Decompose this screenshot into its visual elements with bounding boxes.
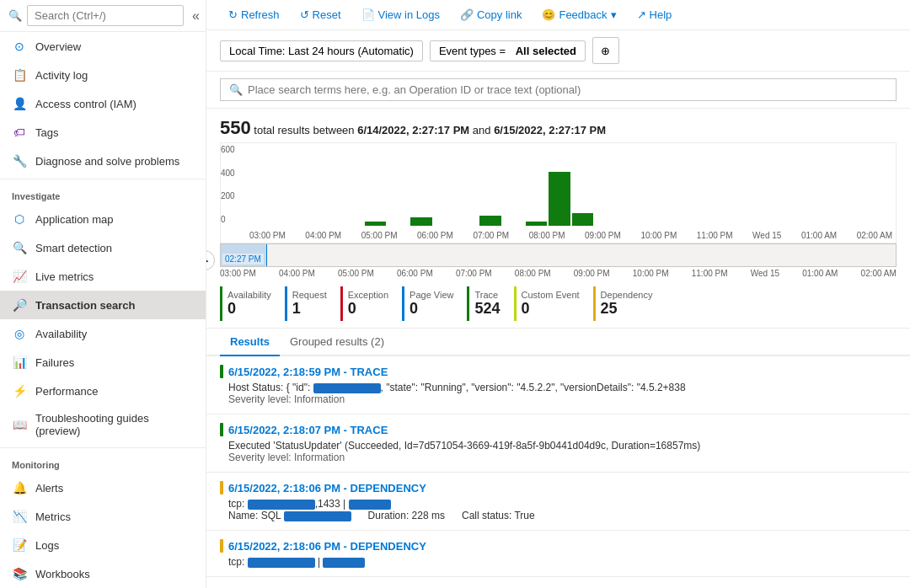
- chart-bar-13: [549, 172, 570, 226]
- sidebar-item-label-overview: Overview: [35, 40, 81, 53]
- sidebar-item-access-control[interactable]: 👤 Access control (IAM): [0, 89, 206, 118]
- result-extra-r3: Name: SQL Duration: 228 ms Call status: …: [228, 510, 897, 521]
- tab-results[interactable]: Results: [220, 329, 280, 356]
- event-count-value-custom-event: 0: [522, 300, 580, 318]
- sidebar-item-label-access-control: Access control (IAM): [35, 98, 136, 110]
- feedback-label: Feedback: [559, 8, 607, 21]
- result-item-r3[interactable]: 6/15/2022, 2:18:06 PM - DEPENDENCY tcp: …: [206, 473, 910, 531]
- failures-icon: 📊: [12, 355, 27, 370]
- sidebar-item-overview[interactable]: ⊙ Overview: [0, 32, 206, 61]
- sidebar-item-metrics[interactable]: 📉 Metrics: [0, 502, 206, 531]
- event-count-label-trace: Trace: [474, 290, 500, 300]
- sidebar-item-smart-detection[interactable]: 🔍 Smart detection: [0, 233, 206, 262]
- result-type-bar-r1: [220, 365, 223, 378]
- timeline-x-label-6: 09:00 PM: [574, 269, 610, 278]
- event-count-trace[interactable]: Trace 524: [467, 286, 513, 321]
- sidebar-item-label-diagnose: Diagnose and solve problems: [35, 155, 179, 168]
- results-list: 6/15/2022, 2:18:59 PM - TRACE Host Statu…: [206, 356, 910, 588]
- sidebar-item-label-workbooks: Workbooks: [35, 568, 90, 580]
- tab-grouped-results[interactable]: Grouped results (2): [280, 329, 394, 356]
- result-item-r4[interactable]: 6/15/2022, 2:18:06 PM - DEPENDENCY tcp: …: [206, 531, 910, 577]
- result-item-header-r4: 6/15/2022, 2:18:06 PM - DEPENDENCY: [220, 539, 897, 553]
- sidebar-item-label-alerts: Alerts: [35, 482, 63, 494]
- sidebar-item-activity-log[interactable]: 📋 Activity log: [0, 61, 206, 89]
- sidebar-item-failures[interactable]: 📊 Failures: [0, 348, 206, 377]
- result-item-r1[interactable]: 6/15/2022, 2:18:59 PM - TRACE Host Statu…: [206, 356, 910, 414]
- help-icon: ↗: [637, 8, 646, 21]
- timeline-x-label-1: 04:00 PM: [279, 269, 315, 278]
- alerts-icon: 🔔: [12, 480, 27, 495]
- sidebar-item-alerts[interactable]: 🔔 Alerts: [0, 473, 206, 502]
- chart-x-label-10: 01:00 AM: [801, 231, 837, 240]
- smart-detection-icon: 🔍: [12, 240, 27, 255]
- search-input[interactable]: [248, 83, 887, 96]
- chart-y-labels: 600 400 200 0: [221, 143, 246, 226]
- sidebar-item-live-metrics[interactable]: 📈 Live metrics: [0, 262, 206, 291]
- timeline-play-button[interactable]: ▶: [206, 250, 215, 270]
- refresh-button[interactable]: ↻ Refresh: [220, 5, 288, 24]
- chart-container[interactable]: 600 400 200 0 03:00 PM04:00 PM05:00 PM06…: [220, 142, 897, 243]
- event-count-dependency[interactable]: Dependency 25: [593, 286, 666, 321]
- timeline-container: ▶ 02:27 PM 03:00 PM04:00 PM05:00 PM06:00…: [220, 243, 897, 280]
- add-filter-icon: ⊕: [601, 45, 610, 57]
- result-item-header-r3: 6/15/2022, 2:18:06 PM - DEPENDENCY: [220, 481, 897, 494]
- add-filter-button[interactable]: ⊕: [592, 37, 619, 64]
- sidebar-item-transaction-search[interactable]: 🔎 Transaction search: [0, 291, 206, 319]
- sidebar-item-logs[interactable]: 📝 Logs: [0, 531, 206, 559]
- help-button[interactable]: ↗ Help: [629, 5, 681, 24]
- filter-bar: Local Time: Last 24 hours (Automatic) Ev…: [206, 30, 910, 72]
- event-count-availability[interactable]: Availability 0: [220, 286, 285, 321]
- event-count-custom-event[interactable]: Custom Event 0: [514, 286, 593, 321]
- event-count-request[interactable]: Request 1: [285, 286, 340, 321]
- event-types-filter-button[interactable]: Event types = All selected: [430, 40, 586, 61]
- sidebar-item-availability[interactable]: ◎ Availability: [0, 319, 206, 348]
- troubleshooting-icon: 📖: [12, 417, 27, 432]
- timeline-bar[interactable]: 02:27 PM: [220, 243, 897, 267]
- view-in-logs-icon: 📄: [361, 8, 375, 21]
- timeline-time-label: 02:27 PM: [222, 254, 264, 265]
- feedback-button[interactable]: 😊 Feedback ▾: [533, 5, 624, 24]
- result-title-r3: 6/15/2022, 2:18:06 PM - DEPENDENCY: [228, 482, 426, 494]
- time-filter-button[interactable]: Local Time: Last 24 hours (Automatic): [220, 40, 423, 61]
- copy-link-label: Copy link: [477, 8, 522, 21]
- chart-bar-10: [479, 216, 500, 226]
- result-body-r2: Executed 'StatusUpdater' (Succeeded, Id=…: [228, 440, 897, 452]
- timeline-x-label-4: 07:00 PM: [456, 269, 492, 278]
- event-count-value-availability: 0: [228, 300, 271, 318]
- results-count-label: total results between 6/14/2022, 2:27:17…: [254, 124, 606, 136]
- redacted-1: [313, 383, 381, 393]
- view-in-logs-button[interactable]: 📄 View in Logs: [353, 5, 448, 24]
- help-label: Help: [650, 8, 672, 21]
- timeline-x-label-10: 01:00 AM: [802, 269, 838, 278]
- event-count-value-trace: 524: [474, 300, 500, 318]
- event-types-value: All selected: [516, 45, 576, 57]
- workbooks-icon: 📚: [12, 566, 27, 581]
- sidebar-item-tags[interactable]: 🏷 Tags: [0, 118, 206, 147]
- sidebar-item-performance[interactable]: ⚡ Performance: [0, 377, 206, 405]
- redacted-4a: [248, 558, 315, 568]
- event-count-exception[interactable]: Exception 0: [340, 286, 402, 321]
- event-count-page-view[interactable]: Page View 0: [402, 286, 467, 321]
- reset-icon: ↺: [300, 8, 309, 21]
- copy-link-button[interactable]: 🔗 Copy link: [452, 5, 530, 24]
- sidebar-item-workbooks[interactable]: 📚 Workbooks: [0, 559, 206, 588]
- main-content: ↻ Refresh ↺ Reset 📄 View in Logs 🔗 Copy …: [206, 0, 910, 588]
- sidebar-item-troubleshooting[interactable]: 📖 Troubleshooting guides (preview): [0, 405, 206, 444]
- sidebar-item-application-map[interactable]: ⬡ Application map: [0, 205, 206, 233]
- result-item-r2[interactable]: 6/15/2022, 2:18:07 PM - TRACE Executed '…: [206, 414, 910, 473]
- event-counts: Availability 0Request 1Exception 0Page V…: [206, 280, 910, 329]
- sidebar-item-diagnose[interactable]: 🔧 Diagnose and solve problems: [0, 147, 206, 175]
- event-count-value-page-view: 0: [410, 300, 453, 318]
- performance-icon: ⚡: [12, 383, 27, 398]
- collapse-sidebar-button[interactable]: «: [189, 7, 203, 25]
- result-type-bar-r3: [220, 481, 223, 494]
- chart-x-label-2: 05:00 PM: [361, 231, 398, 240]
- event-count-label-availability: Availability: [228, 290, 271, 300]
- timeline-x-label-9: Wed 15: [751, 269, 779, 278]
- sidebar-item-label-transaction-search: Transaction search: [35, 299, 136, 312]
- chart-x-label-3: 06:00 PM: [417, 231, 453, 240]
- reset-button[interactable]: ↺ Reset: [292, 5, 350, 24]
- result-title-r1: 6/15/2022, 2:18:59 PM - TRACE: [228, 366, 388, 378]
- sidebar-search-input[interactable]: [27, 5, 184, 26]
- timeline-x-label-5: 08:00 PM: [515, 269, 551, 278]
